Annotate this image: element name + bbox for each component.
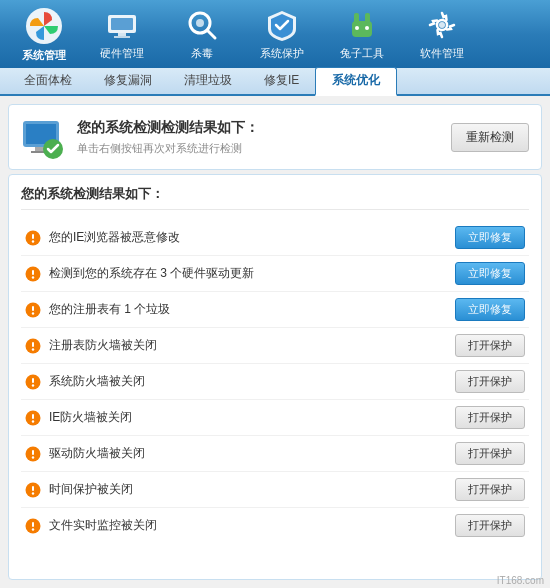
svg-point-28 [32,312,34,314]
result-text: 检测到您的系统存在 3 个硬件驱动更新 [49,265,254,282]
repair-button[interactable]: 立即修复 [455,298,525,321]
svg-point-43 [32,492,34,494]
summary-text: 您的系统检测检测结果如下： 单击右侧按钮再次对系统进行检测 [77,119,259,156]
table-row: IE防火墙被关闭打开保护 [21,400,529,436]
rescan-button[interactable]: 重新检测 [451,123,529,152]
svg-point-7 [196,19,204,27]
tab-bar: 全面体检 修复漏洞 清理垃圾 修复IE 系统优化 [0,68,550,96]
result-left: 时间保护被关闭 [25,481,455,498]
warning-icon [25,518,41,534]
svg-point-34 [32,384,34,386]
logo-label: 系统管理 [22,48,66,63]
warning-icon [25,302,41,318]
table-row: 驱动防火墙被关闭打开保护 [21,436,529,472]
nav-software[interactable]: 软件管理 [404,4,480,64]
svg-point-40 [32,456,34,458]
table-row: 您的IE浏览器被恶意修改立即修复 [21,220,529,256]
result-left: 文件实时监控被关闭 [25,517,455,534]
warning-icon [25,410,41,426]
tab-system-optimize[interactable]: 系统优化 [315,67,397,96]
result-left: 系统防火墙被关闭 [25,373,455,390]
protect-button[interactable]: 打开保护 [455,406,525,429]
table-row: 检测到您的系统存在 3 个硬件驱动更新立即修复 [21,256,529,292]
result-left: 驱动防火墙被关闭 [25,445,455,462]
result-left: 您的注册表有 1 个垃圾 [25,301,455,318]
nav-kill[interactable]: 杀毒 [164,4,240,64]
svg-rect-42 [32,486,34,491]
app-logo[interactable]: 系统管理 [8,4,80,64]
svg-point-11 [355,26,359,30]
svg-line-6 [207,30,215,38]
nav-protect[interactable]: 系统保护 [244,4,320,64]
nav-rabbit-label: 兔子工具 [340,46,384,61]
results-title: 您的系统检测结果如下： [21,185,529,210]
protect-button[interactable]: 打开保护 [455,334,525,357]
table-row: 文件实时监控被关闭打开保护 [21,508,529,543]
warning-icon [25,446,41,462]
nav-software-label: 软件管理 [420,46,464,61]
watermark: IT168.com [497,575,544,586]
nav-hardware-label: 硬件管理 [100,46,144,61]
nav-hardware[interactable]: 硬件管理 [84,4,160,64]
svg-rect-4 [114,36,130,38]
svg-rect-30 [32,342,34,347]
table-row: 系统防火墙被关闭打开保护 [21,364,529,400]
svg-point-25 [32,276,34,278]
result-left: IE防火墙被关闭 [25,409,455,426]
svg-point-46 [32,528,34,530]
warning-icon [25,266,41,282]
summary-title: 您的系统检测检测结果如下： [77,119,259,137]
result-text: 您的IE浏览器被恶意修改 [49,229,180,246]
svg-rect-8 [352,21,372,37]
result-left: 注册表防火墙被关闭 [25,337,455,354]
repair-button[interactable]: 立即修复 [455,262,525,285]
warning-icon [25,338,41,354]
main-content: 您的系统检测检测结果如下： 单击右侧按钮再次对系统进行检测 重新检测 您的系统检… [0,96,550,588]
warning-icon [25,482,41,498]
svg-rect-36 [32,414,34,419]
result-text: 时间保护被关闭 [49,481,133,498]
tab-repair-ie[interactable]: 修复IE [248,68,315,94]
svg-rect-10 [365,13,370,23]
nav-rabbit[interactable]: 兔子工具 [324,4,400,64]
protect-button[interactable]: 打开保护 [455,478,525,501]
results-section: 您的系统检测结果如下： 您的IE浏览器被恶意修改立即修复 检测到您的系统存在 3… [8,174,542,580]
table-row: 时间保护被关闭打开保护 [21,472,529,508]
table-row: 注册表防火墙被关闭打开保护 [21,328,529,364]
protect-button[interactable]: 打开保护 [455,514,525,537]
result-text: IE防火墙被关闭 [49,409,132,426]
nav-kill-label: 杀毒 [191,46,213,61]
svg-rect-45 [32,522,34,527]
svg-rect-9 [354,13,359,23]
repair-button[interactable]: 立即修复 [455,226,525,249]
result-text: 您的注册表有 1 个垃圾 [49,301,170,318]
svg-rect-21 [32,234,34,239]
result-text: 系统防火墙被关闭 [49,373,145,390]
svg-point-37 [32,420,34,422]
protect-button[interactable]: 打开保护 [455,442,525,465]
warning-icon [25,230,41,246]
svg-rect-33 [32,378,34,383]
svg-point-22 [32,240,34,242]
results-list: 您的IE浏览器被恶意修改立即修复 检测到您的系统存在 3 个硬件驱动更新立即修复… [21,220,529,543]
svg-rect-24 [32,270,34,275]
svg-rect-2 [111,18,133,30]
svg-rect-27 [32,306,34,311]
warning-icon [25,374,41,390]
svg-rect-3 [118,33,126,36]
svg-point-14 [439,22,445,28]
summary-subtitle: 单击右侧按钮再次对系统进行检测 [77,141,259,156]
svg-rect-39 [32,450,34,455]
tab-repair-holes[interactable]: 修复漏洞 [88,68,168,94]
tab-clean-junk[interactable]: 清理垃圾 [168,68,248,94]
svg-point-12 [365,26,369,30]
tab-full-check[interactable]: 全面体检 [8,68,88,94]
protect-button[interactable]: 打开保护 [455,370,525,393]
summary-icon [21,115,65,159]
table-row: 您的注册表有 1 个垃圾立即修复 [21,292,529,328]
summary-left: 您的系统检测检测结果如下： 单击右侧按钮再次对系统进行检测 [21,115,259,159]
result-left: 检测到您的系统存在 3 个硬件驱动更新 [25,265,455,282]
nav-protect-label: 系统保护 [260,46,304,61]
summary-box: 您的系统检测检测结果如下： 单击右侧按钮再次对系统进行检测 重新检测 [8,104,542,170]
svg-point-31 [32,348,34,350]
